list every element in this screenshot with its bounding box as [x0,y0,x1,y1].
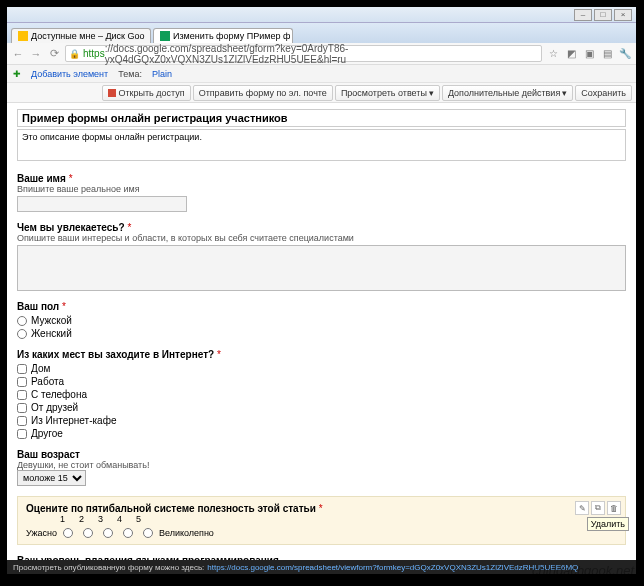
window-close-button[interactable]: × [614,9,632,21]
sheets-icon [160,31,170,41]
tab-label: Доступные мне – Диск Goo [31,31,144,41]
question-label: Оцените по пятибальной системе полезност… [26,503,316,514]
checkbox-option[interactable]: Дом [17,363,626,374]
form-editor-toolbar-1: ✚ Добавить элемент Тема: Plain [7,65,636,83]
question-label: Ваш пол [17,301,59,312]
checkbox-option[interactable]: От друзей [17,402,626,413]
delete-tooltip: Удалить [587,517,629,531]
reload-button[interactable]: ⟳ [47,47,61,61]
question-block-age[interactable]: Ваш возраст Девушки, не стоит обманывать… [17,449,626,486]
question-label: Из каких мест вы заходите в Интернет? [17,349,214,360]
checkbox-option[interactable]: Из Интернет-кафе [17,415,626,426]
question-edit-toolbar: ✎ ⧉ 🗑 [575,501,621,515]
add-element-icon[interactable]: ✚ [13,69,21,79]
paragraph-answer-input[interactable] [17,245,626,291]
age-select[interactable]: моложе 15 [17,470,86,486]
question-label: Чем вы увлекаетесь? [17,222,125,233]
delete-icon[interactable]: 🗑 [607,501,621,515]
checkbox-option[interactable]: Другое [17,428,626,439]
checkbox-option[interactable]: Работа [17,376,626,387]
duplicate-icon[interactable]: ⧉ [591,501,605,515]
form-canvas: Это описание формы онлайн регистрации. В… [7,103,636,560]
footer-link[interactable]: https://docs.google.com/spreadsheet/view… [207,563,578,572]
window-maximize-button[interactable]: □ [594,9,612,21]
radio-option[interactable]: Женский [17,328,626,339]
text-answer-input[interactable] [17,196,187,212]
checkbox-option[interactable]: С телефона [17,389,626,400]
window-minimize-button[interactable]: – [574,9,592,21]
window-titlebar: – □ × [7,7,636,23]
ext-icon-3[interactable]: ▤ [600,47,614,61]
question-help: Девушки, не стоит обманывать! [17,460,626,470]
lock-icon: 🔒 [69,49,80,59]
scale-numbers: 12345 [60,514,617,524]
required-star: * [217,349,221,360]
edit-icon[interactable]: ✎ [575,501,589,515]
chevron-down-icon: ▾ [429,88,434,98]
scale-radio[interactable] [103,528,113,538]
question-block-gender[interactable]: Ваш пол * Мужской Женский [17,301,626,339]
radio-input[interactable] [17,329,27,339]
form-description-input[interactable]: Это описание формы онлайн регистрации. [17,129,626,161]
radio-option[interactable]: Мужской [17,315,626,326]
url-input[interactable]: 🔒 https://docs.google.com/spreadsheet/gf… [65,45,542,62]
required-star: * [319,503,323,514]
share-icon [108,89,116,97]
required-star: * [127,222,131,233]
scale-radio[interactable] [63,528,73,538]
question-label: Ваше имя [17,173,66,184]
browser-tab-strip: Доступные мне – Диск Goo Изменить форму … [7,23,636,43]
checkbox-input[interactable] [17,390,27,400]
required-star: * [69,173,73,184]
scale-right-label: Великолепно [159,528,214,538]
bookmark-star-icon[interactable]: ☆ [546,47,560,61]
checkbox-input[interactable] [17,377,27,387]
checkbox-input[interactable] [17,364,27,374]
view-responses-button[interactable]: Просмотреть ответы ▾ [335,85,440,101]
checkbox-input[interactable] [17,403,27,413]
question-block-places[interactable]: Из каких мест вы заходите в Интернет? * … [17,349,626,439]
scale-radio[interactable] [143,528,153,538]
theme-label: Тема: [118,69,142,79]
chevron-down-icon: ▾ [562,88,567,98]
wrench-icon[interactable]: 🔧 [618,47,632,61]
send-email-button[interactable]: Отправить форму по эл. почте [193,85,333,101]
question-label: Ваш возраст [17,449,626,460]
question-help: Впишите ваше реальное имя [17,184,626,194]
ext-icon-1[interactable]: ◩ [564,47,578,61]
form-editor-toolbar-2: Открыть доступ Отправить форму по эл. по… [7,83,636,103]
form-title-input[interactable] [17,109,626,127]
drive-icon [18,31,28,41]
more-actions-button[interactable]: Дополнительные действия ▾ [442,85,573,101]
theme-value-link[interactable]: Plain [152,69,172,79]
form-header-block[interactable]: Это описание формы онлайн регистрации. [17,109,626,163]
question-block-interests[interactable]: Чем вы увлекаетесь? * Опишите ваши интер… [17,222,626,291]
footer-text: Просмотреть опубликованную форму можно з… [13,563,204,572]
address-bar-row: ← → ⟳ 🔒 https://docs.google.com/spreadsh… [7,43,636,65]
scale-radio[interactable] [123,528,133,538]
share-button[interactable]: Открыть доступ [102,85,190,101]
forward-button[interactable]: → [29,47,43,61]
ext-icon-2[interactable]: ▣ [582,47,596,61]
radio-input[interactable] [17,316,27,326]
tab-label: Изменить форму ПРимер ф [173,31,290,41]
url-protocol: https [83,48,105,59]
back-button[interactable]: ← [11,47,25,61]
watermark-text: chingachgook.net [532,563,634,578]
scale-radio[interactable] [83,528,93,538]
required-star: * [62,301,66,312]
question-block-rating-selected[interactable]: ✎ ⧉ 🗑 Удалить Оцените по пятибальной сис… [17,496,626,545]
scale-left-label: Ужасно [26,528,57,538]
checkbox-input[interactable] [17,416,27,426]
question-block-name[interactable]: Ваше имя * Впишите ваше реальное имя [17,173,626,212]
browser-tab[interactable]: Доступные мне – Диск Goo [11,28,151,43]
scale-radios [63,528,153,538]
checkbox-input[interactable] [17,429,27,439]
browser-tab[interactable]: Изменить форму ПРимер ф × [153,28,293,43]
save-button[interactable]: Сохранить [575,85,632,101]
url-path: ://docs.google.com/spreadsheet/gform?key… [105,43,538,65]
add-element-link[interactable]: Добавить элемент [31,69,108,79]
question-help: Опишите ваши интересы и области, в котор… [17,233,626,243]
